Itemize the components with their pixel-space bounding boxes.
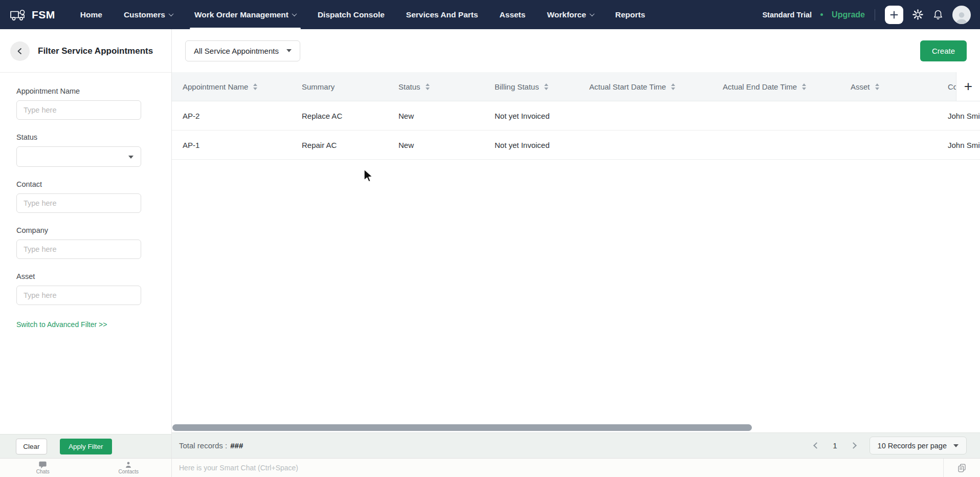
nav-item-workforce[interactable]: Workforce: [536, 0, 604, 29]
column-header-appointment-name[interactable]: Appointment Name: [172, 72, 291, 101]
page-number[interactable]: 1: [833, 441, 837, 450]
field-asset: Asset: [16, 272, 156, 305]
contacts-person-icon: [125, 461, 132, 469]
caret-down-icon: [286, 49, 292, 52]
nav-item-label: Dispatch Console: [318, 10, 385, 19]
pagination: 1 10 Records per page: [814, 437, 967, 454]
nav-item-label: Customers: [124, 10, 165, 19]
column-header-summary[interactable]: Summary: [291, 72, 388, 101]
contact-input[interactable]: [16, 193, 141, 213]
nav-item-reports[interactable]: Reports: [605, 0, 656, 29]
filter-panel-header: Filter Service Appointments: [0, 29, 171, 73]
column-header-status[interactable]: Status: [388, 72, 484, 101]
sort-icon[interactable]: [671, 83, 675, 90]
sort-icon[interactable]: [544, 83, 548, 90]
view-selector-dropdown[interactable]: All Service Appointments: [185, 40, 300, 61]
sort-icon[interactable]: [802, 83, 806, 90]
plus-icon: [890, 11, 898, 19]
list-toolbar: All Service Appointments Create: [172, 29, 980, 72]
cell-status: New: [388, 131, 484, 159]
field-company: Company: [16, 226, 156, 259]
column-label: Asset: [851, 82, 870, 91]
cell-billing-status: Not yet Invoiced: [484, 131, 578, 159]
apply-filter-button[interactable]: Apply Filter: [60, 439, 112, 454]
nav-item-assets[interactable]: Assets: [489, 0, 537, 29]
panel-title: Filter Service Appointments: [38, 46, 153, 56]
column-header-billing-status[interactable]: Billing Status: [484, 72, 578, 101]
fsm-logo[interactable]: FSM: [9, 8, 55, 21]
logo-text: FSM: [32, 9, 55, 21]
nav-item-label: Services And Parts: [406, 10, 478, 19]
main-nav: Home Customers Work Order Management Dis…: [70, 0, 656, 29]
column-label: Appointment Name: [183, 82, 248, 91]
cell-contact: John Smith: [937, 101, 980, 130]
previous-page-button[interactable]: [813, 442, 820, 449]
nav-item-work-order-management[interactable]: Work Order Management: [184, 0, 307, 29]
user-avatar[interactable]: [952, 6, 971, 24]
settings-button[interactable]: [912, 9, 924, 20]
appointment-name-input[interactable]: [16, 100, 141, 120]
column-header-asset[interactable]: Asset: [840, 72, 937, 101]
sort-icon[interactable]: [253, 83, 257, 90]
sort-icon[interactable]: [875, 83, 879, 90]
navbar-right: Standard Trial Upgrade: [762, 6, 971, 24]
column-label: Actual End Date Time: [723, 82, 797, 91]
company-input[interactable]: [16, 240, 141, 259]
chevron-down-icon: [589, 11, 594, 16]
caret-down-icon: [953, 444, 959, 447]
nav-item-label: Work Order Management: [194, 10, 288, 19]
column-header-actual-end-date-time[interactable]: Actual End Date Time: [712, 72, 840, 101]
nav-item-home[interactable]: Home: [70, 0, 113, 29]
field-label: Status: [16, 133, 156, 141]
contacts-button[interactable]: Contacts: [86, 459, 172, 477]
table-row[interactable]: AP-2 Replace AC New Not yet Invoiced Joh…: [172, 101, 980, 131]
cell-contact: John Smith: [937, 131, 980, 159]
nav-item-label: Reports: [615, 10, 645, 19]
notifications-button[interactable]: [932, 9, 944, 21]
table-row[interactable]: AP-1 Repair AC New Not yet Invoiced John…: [172, 131, 980, 160]
quick-add-button[interactable]: [885, 6, 903, 24]
status-select[interactable]: [16, 146, 141, 167]
nav-item-customers[interactable]: Customers: [113, 0, 184, 29]
cell-appointment-name[interactable]: AP-1: [172, 131, 291, 159]
scrollbar-thumb[interactable]: [172, 424, 752, 431]
upgrade-link[interactable]: Upgrade: [832, 10, 865, 19]
nav-item-label: Home: [80, 10, 102, 19]
filter-fields: Appointment Name Status Contact Company …: [0, 73, 171, 305]
back-button[interactable]: [10, 41, 30, 61]
cell-appointment-name[interactable]: AP-2: [172, 101, 291, 130]
clear-button[interactable]: Clear: [16, 439, 47, 454]
nav-item-services-and-parts[interactable]: Services And Parts: [395, 0, 489, 29]
switch-advanced-filter-link[interactable]: Switch to Advanced Filter >>: [16, 320, 107, 329]
bell-icon: [932, 9, 944, 21]
chevron-down-icon: [292, 11, 297, 16]
total-records-value: ###: [230, 441, 243, 450]
chevron-down-icon: [168, 11, 173, 16]
cell-summary: Replace AC: [291, 101, 388, 130]
sort-icon[interactable]: [426, 83, 430, 90]
vertical-divider: [875, 9, 875, 20]
column-header-actual-start-date-time[interactable]: Actual Start Date Time: [578, 72, 712, 101]
horizontal-scrollbar: [172, 423, 980, 432]
add-column-button[interactable]: +: [956, 72, 980, 101]
next-page-button[interactable]: [850, 442, 857, 449]
truck-icon: [9, 8, 27, 21]
chats-button[interactable]: Chats: [0, 459, 86, 477]
appointments-table: Appointment Name Summary Status Billing …: [172, 72, 980, 423]
gear-icon: [912, 9, 924, 20]
asset-input[interactable]: [16, 286, 141, 305]
smart-chat-input[interactable]: Here is your Smart Chat (Ctrl+Space): [172, 459, 943, 477]
table-header-row: Appointment Name Summary Status Billing …: [172, 72, 980, 101]
cell-actual-start: [578, 101, 712, 130]
list-footer: Total records :### 1 10 Records per page: [172, 432, 980, 458]
nav-item-dispatch-console[interactable]: Dispatch Console: [307, 0, 395, 29]
cell-actual-end: [712, 131, 840, 159]
create-button[interactable]: Create: [920, 40, 967, 61]
chat-panel-toggle[interactable]: [943, 459, 980, 477]
filter-panel: Filter Service Appointments Appointment …: [0, 29, 172, 458]
person-silhouette-icon: [954, 10, 969, 24]
records-per-page-dropdown[interactable]: 10 Records per page: [870, 437, 967, 454]
chat-bubble-icon: [38, 461, 47, 469]
total-records-label: Total records :###: [179, 441, 243, 450]
field-label: Contact: [16, 180, 156, 188]
